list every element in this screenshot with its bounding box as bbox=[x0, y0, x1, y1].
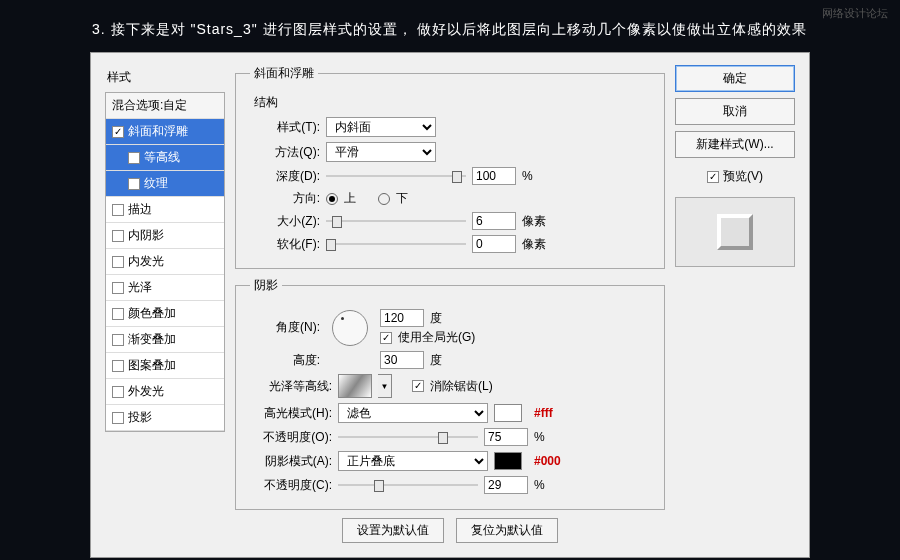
instruction-text: 3. 接下来是对 "Stars_3" 进行图层样式的设置， 做好以后将此图层向上… bbox=[0, 0, 900, 52]
soften-slider[interactable] bbox=[326, 237, 466, 251]
color-overlay-checkbox[interactable] bbox=[112, 308, 124, 320]
depth-input[interactable] bbox=[472, 167, 516, 185]
style-select[interactable]: 内斜面 bbox=[326, 117, 436, 137]
percent-unit-3: % bbox=[534, 478, 545, 492]
px-unit-2: 像素 bbox=[522, 236, 546, 253]
satin-checkbox[interactable] bbox=[112, 282, 124, 294]
inner-glow-item[interactable]: 内发光 bbox=[106, 249, 224, 275]
size-slider[interactable] bbox=[326, 214, 466, 228]
angle-input[interactable] bbox=[380, 309, 424, 327]
global-light-checkbox[interactable] bbox=[380, 332, 392, 344]
inner-shadow-checkbox[interactable] bbox=[112, 230, 124, 242]
highlight-mode-label: 高光模式(H): bbox=[250, 405, 332, 422]
outer-glow-checkbox[interactable] bbox=[112, 386, 124, 398]
contour-label: 等高线 bbox=[144, 149, 180, 166]
outer-glow-item[interactable]: 外发光 bbox=[106, 379, 224, 405]
stroke-item[interactable]: 描边 bbox=[106, 197, 224, 223]
drop-shadow-label: 投影 bbox=[128, 409, 152, 426]
soften-label: 软化(F): bbox=[250, 236, 320, 253]
altitude-label: 高度: bbox=[250, 352, 320, 369]
altitude-input[interactable] bbox=[380, 351, 424, 369]
deg-unit-2: 度 bbox=[430, 352, 442, 369]
set-default-button[interactable]: 设置为默认值 bbox=[342, 518, 444, 543]
cancel-button[interactable]: 取消 bbox=[675, 98, 795, 125]
drop-shadow-item[interactable]: 投影 bbox=[106, 405, 224, 431]
blend-options-item[interactable]: 混合选项:自定 bbox=[106, 93, 224, 119]
outer-glow-label: 外发光 bbox=[128, 383, 164, 400]
global-light-label: 使用全局光(G) bbox=[398, 329, 475, 346]
percent-unit: % bbox=[522, 169, 533, 183]
bevel-fieldset: 斜面和浮雕 结构 样式(T): 内斜面 方法(Q): 平滑 深度(D): % 方… bbox=[235, 65, 665, 269]
px-unit: 像素 bbox=[522, 213, 546, 230]
shading-legend: 阴影 bbox=[250, 277, 282, 294]
shadow-opacity-label: 不透明度(C): bbox=[250, 477, 332, 494]
bevel-legend: 斜面和浮雕 bbox=[250, 65, 318, 82]
shadow-mode-select[interactable]: 正片叠底 bbox=[338, 451, 488, 471]
technique-label: 方法(Q): bbox=[250, 144, 320, 161]
deg-unit: 度 bbox=[430, 310, 442, 327]
direction-label: 方向: bbox=[250, 190, 320, 207]
color-overlay-label: 颜色叠加 bbox=[128, 305, 176, 322]
gradient-overlay-label: 渐变叠加 bbox=[128, 331, 176, 348]
watermark: 网络设计论坛 bbox=[822, 6, 888, 21]
shadow-color-swatch[interactable] bbox=[494, 452, 522, 470]
inner-shadow-item[interactable]: 内阴影 bbox=[106, 223, 224, 249]
highlight-color-swatch[interactable] bbox=[494, 404, 522, 422]
soften-input[interactable] bbox=[472, 235, 516, 253]
shadow-opacity-slider[interactable] bbox=[338, 478, 478, 492]
down-label: 下 bbox=[396, 190, 408, 207]
layer-style-dialog: 样式 混合选项:自定 斜面和浮雕 等高线 纹理 描边 内阴影 内发光 光泽 颜色… bbox=[90, 52, 810, 558]
preview-bevel-icon bbox=[717, 214, 753, 250]
highlight-opacity-input[interactable] bbox=[484, 428, 528, 446]
gradient-overlay-checkbox[interactable] bbox=[112, 334, 124, 346]
highlight-opacity-label: 不透明度(O): bbox=[250, 429, 332, 446]
bevel-checkbox[interactable] bbox=[112, 126, 124, 138]
depth-label: 深度(D): bbox=[250, 168, 320, 185]
depth-slider[interactable] bbox=[326, 169, 466, 183]
texture-item[interactable]: 纹理 bbox=[106, 171, 224, 197]
highlight-hex: #fff bbox=[534, 406, 553, 420]
angle-wheel[interactable] bbox=[332, 310, 368, 346]
pattern-overlay-checkbox[interactable] bbox=[112, 360, 124, 372]
shading-fieldset: 阴影 角度(N): 度 使用全局光(G) 高度: 度 光泽等高线: ▼ 消除锯齿… bbox=[235, 277, 665, 510]
pattern-overlay-item[interactable]: 图案叠加 bbox=[106, 353, 224, 379]
gloss-dropdown-icon[interactable]: ▼ bbox=[378, 374, 392, 398]
preview-box bbox=[675, 197, 795, 267]
new-style-button[interactable]: 新建样式(W)... bbox=[675, 131, 795, 158]
ok-button[interactable]: 确定 bbox=[675, 65, 795, 92]
antialias-checkbox[interactable] bbox=[412, 380, 424, 392]
direction-up-radio[interactable] bbox=[326, 193, 338, 205]
texture-checkbox[interactable] bbox=[128, 178, 140, 190]
highlight-mode-select[interactable]: 滤色 bbox=[338, 403, 488, 423]
gradient-overlay-item[interactable]: 渐变叠加 bbox=[106, 327, 224, 353]
style-label: 样式(T): bbox=[250, 119, 320, 136]
shadow-opacity-input[interactable] bbox=[484, 476, 528, 494]
color-overlay-item[interactable]: 颜色叠加 bbox=[106, 301, 224, 327]
gloss-label: 光泽等高线: bbox=[250, 378, 332, 395]
inner-glow-label: 内发光 bbox=[128, 253, 164, 270]
contour-item[interactable]: 等高线 bbox=[106, 145, 224, 171]
percent-unit-2: % bbox=[534, 430, 545, 444]
styles-title: 样式 bbox=[105, 65, 225, 92]
size-input[interactable] bbox=[472, 212, 516, 230]
stroke-checkbox[interactable] bbox=[112, 204, 124, 216]
stroke-label: 描边 bbox=[128, 201, 152, 218]
highlight-opacity-slider[interactable] bbox=[338, 430, 478, 444]
gloss-contour-picker[interactable] bbox=[338, 374, 372, 398]
preview-checkbox[interactable] bbox=[707, 171, 719, 183]
bevel-emboss-item[interactable]: 斜面和浮雕 bbox=[106, 119, 224, 145]
inner-glow-checkbox[interactable] bbox=[112, 256, 124, 268]
shadow-hex: #000 bbox=[534, 454, 561, 468]
shadow-mode-label: 阴影模式(A): bbox=[250, 453, 332, 470]
direction-down-radio[interactable] bbox=[378, 193, 390, 205]
reset-default-button[interactable]: 复位为默认值 bbox=[456, 518, 558, 543]
technique-select[interactable]: 平滑 bbox=[326, 142, 436, 162]
inner-shadow-label: 内阴影 bbox=[128, 227, 164, 244]
satin-label: 光泽 bbox=[128, 279, 152, 296]
action-column: 确定 取消 新建样式(W)... 预览(V) bbox=[675, 65, 795, 543]
contour-checkbox[interactable] bbox=[128, 152, 140, 164]
satin-item[interactable]: 光泽 bbox=[106, 275, 224, 301]
styles-column: 样式 混合选项:自定 斜面和浮雕 等高线 纹理 描边 内阴影 内发光 光泽 颜色… bbox=[105, 65, 225, 543]
antialias-label: 消除锯齿(L) bbox=[430, 378, 493, 395]
drop-shadow-checkbox[interactable] bbox=[112, 412, 124, 424]
